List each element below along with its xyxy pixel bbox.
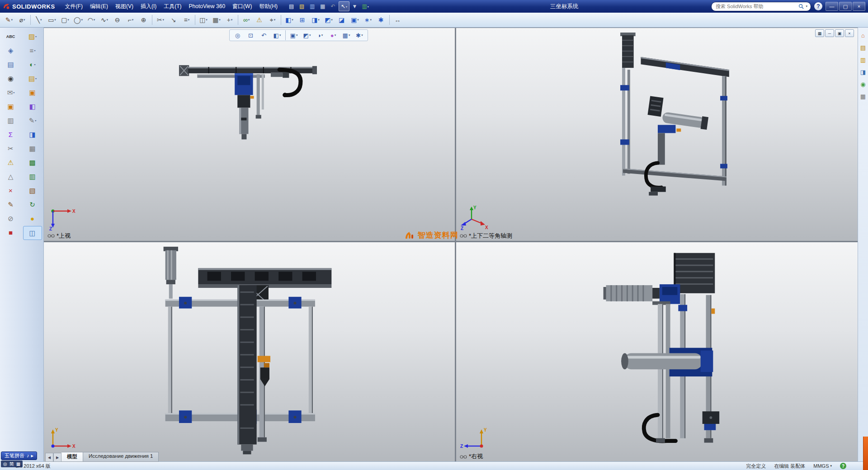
ellipse-icon[interactable]: ⊖ (111, 14, 124, 26)
viewport-bottom-left[interactable]: Y X *前视 (44, 242, 455, 461)
performance-gauge-icon[interactable]: ◐▾ (24, 58, 42, 71)
ime-menu-icon[interactable]: ▸ (31, 453, 34, 459)
convert-entities-icon[interactable]: ↘ (167, 14, 180, 26)
display-relations-icon[interactable]: ∞▾ (240, 14, 253, 26)
reference-geometry-icon[interactable]: ∗▾ (362, 14, 374, 26)
appearance-palette-icon[interactable]: ◧ (24, 100, 42, 113)
document-properties-icon[interactable]: ▥ (2, 114, 20, 127)
delete-face-icon[interactable]: × (2, 184, 20, 197)
refresh-icon[interactable]: ↻ (24, 198, 42, 211)
select-cursor-icon[interactable]: ↖▾ (339, 1, 349, 11)
centerpoint-arc-icon[interactable]: ◠▾ (85, 14, 98, 26)
no-external-refs-icon[interactable]: ⊘ (2, 212, 20, 225)
zoom-to-area-icon[interactable]: ⊡ (245, 30, 257, 40)
trim-entities-icon[interactable]: ✂▾ (154, 14, 167, 26)
linear-sketch-pattern-icon[interactable]: ▦▾ (210, 14, 223, 26)
deviation-analysis-icon[interactable]: △ (2, 170, 20, 183)
straight-slot-icon[interactable]: ▢▾ (59, 14, 71, 26)
viewport-top-left[interactable]: X Z *上视 (44, 28, 455, 241)
task-scheduler-icon[interactable]: ▣ (2, 100, 20, 113)
undo-icon[interactable]: ↶ (328, 2, 338, 11)
hide-show-items-icon[interactable]: ◑▾ (314, 30, 326, 40)
ime-keyboard-icon[interactable]: ▦ (16, 461, 20, 466)
parts-box-icon[interactable]: ▧ (24, 184, 42, 197)
edit-appearance-icon[interactable]: ●▾ (327, 30, 340, 40)
ime-search-icon[interactable]: ◎ (3, 461, 7, 466)
line-icon[interactable]: ╲▾ (33, 14, 45, 26)
open-folder-icon[interactable]: ▨▾ (24, 30, 42, 43)
zoom-to-fit-icon[interactable]: ◎ (231, 30, 244, 40)
menu-help[interactable]: 帮助(H) (255, 1, 281, 12)
spline-icon[interactable]: ∿▾ (98, 14, 111, 26)
repair-sketch-icon[interactable]: ⚠ (253, 14, 266, 26)
tab-scroll-right-icon[interactable]: ▶ (53, 453, 61, 462)
linear-component-pattern-icon[interactable]: ◨▾ (309, 14, 322, 26)
menu-file[interactable]: 文件(F) (61, 1, 86, 12)
point-icon[interactable]: ⊕ (137, 14, 150, 26)
assembly-features-icon[interactable]: ▣▾ (349, 14, 361, 26)
viewport-four-view-icon[interactable]: ◫ (23, 226, 42, 240)
menu-insert[interactable]: 插入(I) (137, 1, 160, 12)
selection-filter-icon[interactable]: ▥▾ (360, 2, 370, 11)
menu-edit[interactable]: 编辑(E) (86, 1, 112, 12)
smart-dimension-icon[interactable]: ⌀▾ (16, 14, 28, 26)
menu-tools[interactable]: 工具(T) (160, 1, 185, 12)
view-settings-icon[interactable]: ✱▾ (353, 30, 366, 40)
trim-surface-icon[interactable]: ✂ (2, 142, 20, 155)
stop-icon[interactable]: ■ (2, 226, 20, 239)
design-binder-icon[interactable]: ▤▾ (24, 72, 42, 85)
spell-checker-icon[interactable]: ABC (2, 30, 20, 43)
menu-window[interactable]: 窗口(W) (229, 1, 255, 12)
equations-icon[interactable]: Σ (2, 128, 20, 141)
design-library-icon[interactable]: ▤ (859, 43, 867, 52)
apply-scene-icon[interactable]: ▦▾ (340, 30, 353, 40)
solidworks-resources-icon[interactable]: ⌂ (859, 31, 867, 39)
search-icon[interactable] (798, 4, 804, 9)
close-button[interactable]: × (853, 2, 865, 11)
circle-icon[interactable]: ◯▾ (72, 14, 85, 26)
print-icon[interactable]: ▦ (318, 2, 328, 11)
menu-photoview360[interactable]: PhotoView 360 (185, 2, 229, 11)
units-selector[interactable]: MMGS ▾ (813, 463, 832, 469)
design-checker-icon[interactable]: ◈ (2, 44, 20, 57)
3d-drawing-view-icon[interactable]: ◉ (2, 72, 20, 85)
format-painter-icon[interactable]: ✎ (2, 198, 20, 211)
view-palette-icon[interactable]: ◨ (859, 68, 867, 76)
tab-scroll-left-icon[interactable]: ◀ (45, 453, 53, 462)
new-document-icon[interactable]: ▤ (287, 2, 297, 11)
tab-model[interactable]: 模型 (61, 452, 83, 462)
open-document-icon[interactable]: ▧ (297, 2, 307, 11)
move-entities-icon[interactable]: +▾ (223, 14, 236, 26)
measure-icon[interactable]: ↔ (392, 14, 404, 26)
child-restore-icon[interactable]: ▣ (835, 29, 844, 37)
help-button[interactable]: ? (814, 2, 822, 10)
child-close-icon[interactable]: × (845, 29, 854, 37)
status-help-icon[interactable]: ? (840, 463, 846, 469)
check-active-doc-icon[interactable]: ⚠ (2, 156, 20, 169)
menu-view[interactable]: 视图(V) (112, 1, 137, 12)
appearances-scenes-icon[interactable]: ◉ (859, 80, 867, 88)
mirror-entities-icon[interactable]: ◫▾ (197, 14, 210, 26)
custom-properties-icon[interactable]: ▦ (859, 92, 867, 100)
insert-components-icon[interactable]: ◧▾ (283, 14, 296, 26)
file-explorer-icon[interactable]: ▥ (859, 56, 867, 64)
offset-entities-icon[interactable]: ≡▾ (180, 14, 193, 26)
table-grid-icon[interactable]: ▦ (24, 142, 42, 155)
quick-snaps-icon[interactable]: ⌖▾ (266, 14, 279, 26)
view-orientation-icon[interactable]: ▣▾ (288, 30, 300, 40)
badge-icon[interactable]: ● (24, 212, 42, 225)
child-cascade-icon[interactable]: ▦ (815, 29, 824, 37)
sketch-fillet-icon[interactable]: ⌐▾ (124, 14, 137, 26)
corner-rectangle-icon[interactable]: ▭▾ (46, 14, 58, 26)
child-minimize-icon[interactable]: ─ (825, 29, 834, 37)
minimize-button[interactable]: — (826, 2, 838, 11)
layers-icon[interactable]: ▩ (24, 156, 42, 169)
save-icon[interactable]: ▥ (307, 2, 317, 11)
viewport-splitter-vertical[interactable] (455, 28, 456, 461)
search-input[interactable] (715, 3, 797, 9)
search-dropdown-icon[interactable]: ▾ (806, 5, 807, 8)
ruler-icon[interactable]: ≡▾ (24, 44, 42, 57)
viewport-top-right[interactable]: Y X Z *上下二等角轴测 (456, 28, 858, 241)
sketch-icon[interactable]: ✎▾ (3, 14, 15, 26)
section-view-icon[interactable]: ◧▾ (271, 30, 283, 40)
